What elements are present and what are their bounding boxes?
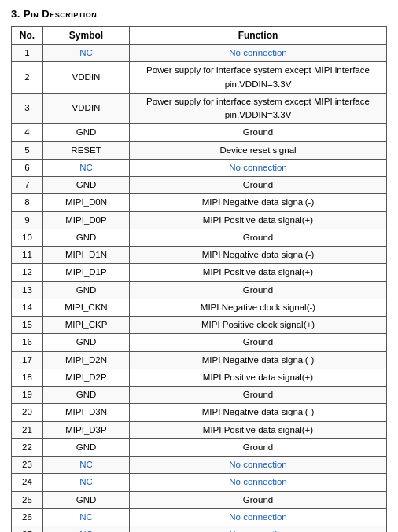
cell-no: 27 [12, 526, 43, 533]
cell-symbol: MIPI_D1P [43, 264, 130, 281]
cell-symbol: RESET [43, 141, 130, 159]
cell-no: 21 [12, 421, 43, 438]
cell-symbol: VDDIN [43, 93, 130, 124]
table-row: 16GNDGround [12, 334, 387, 351]
cell-symbol: MIPI_D3N [43, 404, 130, 421]
cell-function: MIPI Positive data signal(+) [130, 211, 387, 229]
table-row: 10GNDGround [12, 229, 387, 246]
cell-no: 7 [12, 177, 43, 194]
header-function: Function [130, 27, 387, 45]
cell-no: 15 [12, 317, 43, 334]
cell-function: Power supply for interface system except… [130, 62, 387, 94]
cell-no: 5 [12, 141, 43, 159]
cell-symbol: MIPI_D1N [43, 247, 130, 264]
table-row: 14MIPI_CKNMIPI Negative clock signal(-) [12, 299, 387, 316]
cell-no: 12 [12, 264, 43, 281]
table-row: 5RESETDevice reset signal [12, 141, 387, 159]
cell-symbol: GND [43, 124, 130, 141]
cell-symbol: NC [43, 159, 130, 176]
table-row: 12MIPI_D1PMIPI Positive data signal(+) [12, 264, 387, 281]
cell-no: 6 [12, 159, 43, 176]
cell-symbol: MIPI_CKP [43, 317, 130, 334]
cell-function: Ground [130, 387, 387, 404]
cell-no: 17 [12, 351, 43, 369]
cell-symbol: MIPI_D2P [43, 369, 130, 386]
cell-function: Ground [130, 177, 387, 194]
cell-symbol: GND [43, 438, 130, 456]
cell-symbol: GND [43, 281, 130, 299]
table-row: 23NCNo connection [12, 457, 387, 474]
cell-symbol: NC [43, 457, 130, 474]
header-symbol: Symbol [43, 27, 130, 45]
cell-function: Ground [130, 334, 387, 351]
table-row: 20MIPI_D3NMIPI Negative data signal(-) [12, 404, 387, 421]
cell-function: Ground [130, 491, 387, 508]
cell-function: MIPI Negative data signal(-) [130, 247, 387, 264]
cell-function: No connection [130, 45, 387, 62]
table-row: 19GNDGround [12, 387, 387, 404]
cell-function: MIPI Positive clock signal(+) [130, 317, 387, 334]
cell-symbol: MIPI_D0P [43, 211, 130, 229]
cell-symbol: MIPI_D2N [43, 351, 130, 369]
table-row: 6NCNo connection [12, 159, 387, 176]
cell-no: 18 [12, 369, 43, 386]
table-row: 24NCNo connection [12, 474, 387, 491]
cell-no: 25 [12, 491, 43, 508]
cell-function: Ground [130, 438, 387, 456]
cell-function: No connection [130, 526, 387, 533]
header-no: No. [12, 27, 43, 45]
cell-no: 9 [12, 211, 43, 229]
table-row: 26NCNo connection [12, 508, 387, 526]
cell-function: No connection [130, 457, 387, 474]
table-row: 25GNDGround [12, 491, 387, 508]
cell-no: 2 [12, 62, 43, 94]
cell-no: 22 [12, 438, 43, 456]
table-row: 22GNDGround [12, 438, 387, 456]
cell-no: 14 [12, 299, 43, 316]
cell-symbol: NC [43, 526, 130, 533]
cell-symbol: VDDIN [43, 62, 130, 94]
cell-no: 26 [12, 508, 43, 526]
cell-symbol: MIPI_CKN [43, 299, 130, 316]
cell-function: MIPI Positive data signal(+) [130, 369, 387, 386]
cell-no: 10 [12, 229, 43, 246]
cell-function: Power supply for interface system except… [130, 93, 387, 124]
cell-symbol: GND [43, 491, 130, 508]
cell-no: 19 [12, 387, 43, 404]
cell-no: 8 [12, 194, 43, 211]
cell-no: 23 [12, 457, 43, 474]
table-row: 15MIPI_CKPMIPI Positive clock signal(+) [12, 317, 387, 334]
cell-function: Ground [130, 124, 387, 141]
cell-symbol: NC [43, 508, 130, 526]
table-row: 27NCNo connection [12, 526, 387, 533]
table-row: 9MIPI_D0PMIPI Positive data signal(+) [12, 211, 387, 229]
cell-function: Ground [130, 229, 387, 246]
section-title: 3. Pin Description [11, 8, 387, 20]
cell-function: MIPI Positive data signal(+) [130, 421, 387, 438]
cell-no: 4 [12, 124, 43, 141]
cell-no: 3 [12, 93, 43, 124]
cell-function: No connection [130, 508, 387, 526]
table-row: 18MIPI_D2PMIPI Positive data signal(+) [12, 369, 387, 386]
cell-symbol: GND [43, 387, 130, 404]
table-row: 13GNDGround [12, 281, 387, 299]
cell-symbol: MIPI_D0N [43, 194, 130, 211]
table-row: 7GNDGround [12, 177, 387, 194]
pin-description-table: No. Symbol Function 1NCNo connection2VDD… [11, 26, 387, 532]
cell-no: 13 [12, 281, 43, 299]
cell-symbol: GND [43, 177, 130, 194]
cell-symbol: NC [43, 45, 130, 62]
table-row: 2VDDINPower supply for interface system … [12, 62, 387, 94]
cell-no: 20 [12, 404, 43, 421]
table-row: 4GNDGround [12, 124, 387, 141]
cell-function: MIPI Negative data signal(-) [130, 194, 387, 211]
cell-function: Device reset signal [130, 141, 387, 159]
cell-function: Ground [130, 281, 387, 299]
table-row: 21MIPI_D3PMIPI Positive data signal(+) [12, 421, 387, 438]
cell-symbol: MIPI_D3P [43, 421, 130, 438]
table-row: 8MIPI_D0NMIPI Negative data signal(-) [12, 194, 387, 211]
cell-no: 16 [12, 334, 43, 351]
cell-function: No connection [130, 474, 387, 491]
cell-function: MIPI Positive data signal(+) [130, 264, 387, 281]
table-row: 11MIPI_D1NMIPI Negative data signal(-) [12, 247, 387, 264]
